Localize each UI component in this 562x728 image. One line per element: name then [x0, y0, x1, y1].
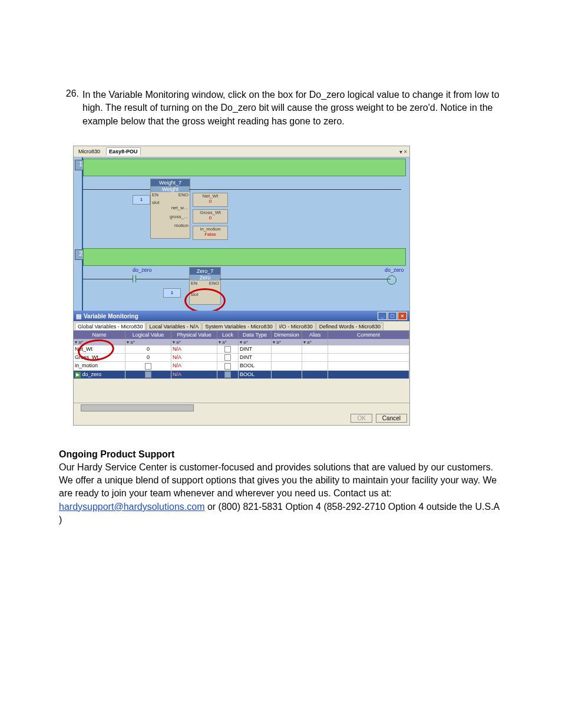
tab-close-icon[interactable]: × [404, 149, 407, 155]
slot-value[interactable]: 1 [133, 195, 150, 205]
cancel-button[interactable]: Cancel [376, 414, 407, 423]
editor-tabbar: Micro830 Easy8-POU ▾ × [74, 146, 409, 157]
instruction-step: 26. In the Variable Monitoring window, c… [59, 88, 503, 128]
support-heading: Ongoing Product Support [59, 449, 503, 460]
rung1-band [83, 159, 406, 176]
slot2-value[interactable]: 1 [163, 288, 181, 298]
annotation-oval-block [184, 288, 226, 311]
step-number: 26. [59, 88, 79, 128]
close-button[interactable]: × [398, 312, 407, 320]
vm-title-text: Variable Monitoring [84, 313, 138, 319]
minimize-button[interactable]: _ [378, 312, 387, 320]
inmotion-box: in_motion False [193, 226, 228, 240]
step-text: In the Variable Monitoring window, click… [82, 88, 503, 128]
netwt-box: Net_Wt 0 [193, 193, 228, 207]
ladder-diagram: 1 Weight_7 Weight EN ENO slot net_w… gro… [74, 157, 409, 311]
vm-icon: ▤ [76, 313, 81, 319]
horizontal-scrollbar[interactable] [74, 403, 409, 411]
block-weight7[interactable]: Weight_7 Weight EN ENO slot net_w… gross… [150, 179, 190, 239]
support-text: Our Hardy Service Center is customer-foc… [59, 461, 503, 527]
vm-tab-defined[interactable]: Defined Words - Micro830 [316, 322, 384, 330]
grosswt-box: Gross_Wt 0 [193, 209, 228, 223]
contact-do-zero-label: do_zero [133, 267, 152, 273]
vm-tab-system[interactable]: System Variables - Micro830 [202, 322, 275, 330]
table-row[interactable]: Net_Wt 0 N/A DINT [74, 345, 409, 354]
maximize-button[interactable]: □ [388, 312, 397, 320]
do-zero-lock-checkbox[interactable] [224, 371, 231, 378]
screenshot-figure: Micro830 Easy8-POU ▾ × 1 Weight_7 Weight… [73, 146, 410, 426]
dialog-buttons: OK Cancel [74, 411, 409, 425]
vm-tab-local[interactable]: Local Variables - N/A [146, 322, 201, 330]
do-zero-logical-checkbox[interactable] [145, 371, 151, 378]
table-row[interactable]: Gross_Wt 0 N/A DINT [74, 354, 409, 362]
vm-titlebar: ▤ Variable Monitoring _ □ × [74, 311, 409, 321]
ok-button[interactable]: OK [351, 414, 372, 423]
vm-tab-global[interactable]: Global Variables - Micro830 [75, 322, 146, 330]
vm-tab-io[interactable]: I/O - Micro830 [276, 322, 316, 330]
support-email-link[interactable]: hardysupport@hardysolutions.com [59, 502, 204, 512]
row-selector-icon: ▶ [75, 372, 81, 378]
coil-do-zero[interactable] [387, 275, 396, 285]
tab-micro830[interactable]: Micro830 [76, 148, 103, 155]
tab-dropdown-icon[interactable]: ▾ [399, 149, 402, 155]
table-row[interactable]: in_motion N/A BOOL [74, 362, 409, 370]
table-row-selected[interactable]: ▶ do_zero N/A BOOL [74, 371, 409, 379]
tab-easy8-pou[interactable]: Easy8-POU [106, 147, 141, 156]
vm-tabs: Global Variables - Micro830 Local Variab… [74, 321, 409, 331]
grid-header: Name Logical Value Physical Value Lock D… [74, 331, 409, 339]
rung2-band [83, 248, 406, 266]
coil-do-zero-label: do_zero [385, 267, 404, 273]
grid-filter-row: ▾ a* ▾ a* ▾ a* ▾ a* ▾ a* ▾ a* ▾ a* [74, 339, 409, 345]
